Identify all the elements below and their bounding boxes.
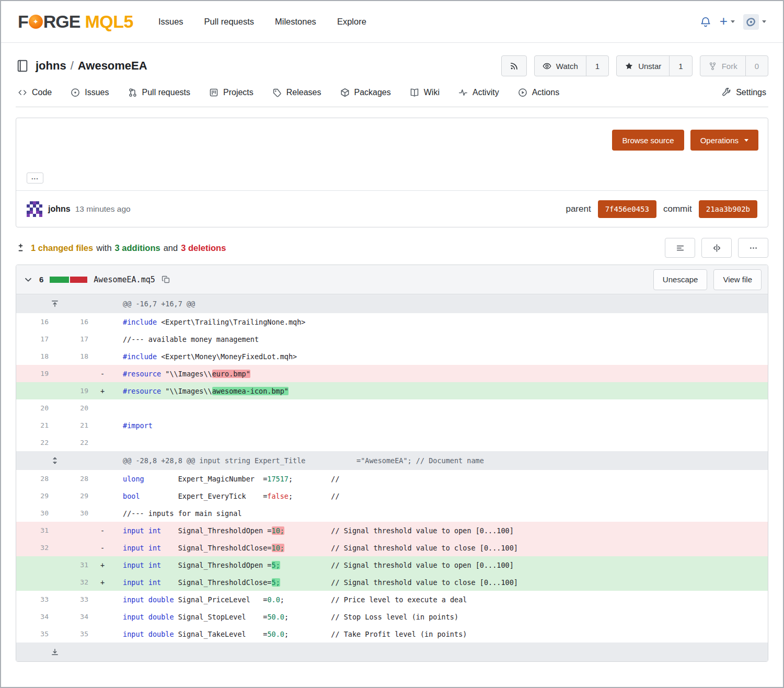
tab-label: Packages	[354, 88, 391, 97]
commit-box: Browse source Operations ... johns 13 mi…	[16, 118, 768, 227]
tab-code[interactable]: Code	[18, 88, 52, 97]
fork-count[interactable]: 0	[745, 56, 768, 76]
tab-label: Activity	[472, 88, 499, 97]
diff-marker: +	[94, 556, 111, 574]
diff-icon	[16, 243, 26, 253]
old-line-number	[16, 574, 54, 591]
unescape-button[interactable]: Unescape	[653, 269, 708, 290]
new-line-number	[54, 365, 94, 382]
diff-line-ctx: 1616#include <Expert\Trailing\TrailingNo…	[16, 313, 768, 330]
diff-line-ctx: 3535input double Signal_TakeLevel =50.0;…	[16, 625, 768, 643]
watch-button[interactable]: Watch	[535, 56, 586, 76]
old-line-number: 29	[16, 487, 54, 504]
nav-links: IssuesPull requestsMilestonesExplore	[158, 17, 366, 27]
file-name[interactable]: AwesomeEA.mq5	[94, 275, 155, 284]
chevron-down-icon[interactable]	[24, 275, 33, 284]
split-view-button[interactable]	[701, 238, 732, 258]
view-file-button[interactable]: View file	[713, 269, 762, 290]
commit-author-row: johns 13 minutes ago parent 7f456e0453 c…	[16, 190, 768, 227]
diff-line-del: 31-input int Signal_ThresholdOpen =10; /…	[16, 522, 768, 539]
plus-icon: +	[720, 14, 728, 28]
watch-count[interactable]: 1	[586, 56, 608, 76]
diff-stats-row: 1 changed files with 3 additions and 3 d…	[16, 238, 768, 258]
diff-line-ctx: 2929bool Expert_EveryTick =false; //	[16, 487, 768, 504]
code-line: #resource "\\Images\\awesomea-icon.bmp"	[111, 382, 768, 399]
user-menu[interactable]	[743, 14, 766, 30]
old-line-number: 33	[16, 591, 54, 608]
old-line-number: 28	[16, 470, 54, 487]
new-line-number: 28	[54, 470, 94, 487]
diff-marker: -	[94, 539, 111, 556]
new-line-number: 32	[54, 574, 94, 591]
split-diff-icon	[712, 244, 721, 253]
operations-dropdown[interactable]: Operations	[690, 130, 758, 151]
changed-files-link[interactable]: 1 changed files	[31, 243, 93, 253]
new-line-number: 34	[54, 608, 94, 625]
diff-marker	[94, 313, 111, 330]
more-options-button[interactable]	[738, 238, 768, 258]
old-line-number: 20	[16, 399, 54, 417]
tab-actions[interactable]: Actions	[518, 88, 559, 97]
hunk-header-text: @@ -28,8 +28,8 @@ input string Expert_Ti…	[94, 451, 768, 470]
commit-hash-button[interactable]: 21aa3b902b	[699, 200, 757, 218]
old-line-number	[16, 556, 54, 574]
diff-marker	[94, 330, 111, 348]
diff-hunk-row: @@ -28,8 +28,8 @@ input string Expert_Ti…	[16, 451, 768, 470]
tab-settings[interactable]: Settings	[722, 88, 766, 97]
tab-issues[interactable]: Issues	[71, 88, 109, 97]
tab-activity[interactable]: Activity	[458, 88, 499, 97]
tab-pull-requests[interactable]: Pull requests	[128, 88, 191, 97]
fork-button[interactable]: Fork	[700, 56, 745, 76]
new-line-number: 21	[54, 417, 94, 434]
tab-wiki[interactable]: Wiki	[410, 88, 440, 97]
repo-separator: /	[71, 59, 74, 73]
tab-label: Wiki	[424, 88, 440, 97]
expand-down-button[interactable]	[16, 643, 94, 661]
repo-header: johns / AwesomeEA Watch 1 Unstar	[16, 43, 768, 76]
diff-line-ctx: 2828ulong Expert_MagicNumber =17517; //	[16, 470, 768, 487]
diff-line-ctx: 3030//--- inputs for main signal	[16, 504, 768, 522]
tab-label: Releases	[286, 88, 321, 97]
notifications-button[interactable]	[700, 16, 711, 28]
diff-line-add: 19+#resource "\\Images\\awesomea-icon.bm…	[16, 382, 768, 399]
browse-source-button[interactable]: Browse source	[612, 130, 684, 151]
tab-releases[interactable]: Releases	[272, 88, 321, 97]
nav-link-issues[interactable]: Issues	[158, 17, 183, 27]
commit-hashes: parent 7f456e0453 commit 21aa3b902b	[566, 200, 757, 218]
site-logo[interactable]: F ✦ RGE MQL5	[18, 12, 133, 32]
tab-packages[interactable]: Packages	[340, 88, 391, 97]
repo-icon	[16, 59, 29, 73]
rss-button[interactable]	[501, 55, 527, 76]
unstar-button[interactable]: Unstar	[617, 56, 669, 76]
new-line-number	[54, 522, 94, 539]
wiki-icon	[410, 88, 419, 97]
nav-link-milestones[interactable]: Milestones	[275, 17, 316, 27]
expand-both-button[interactable]	[16, 451, 94, 470]
whitespace-options-button[interactable]	[665, 238, 695, 258]
expand-up-button[interactable]	[16, 294, 94, 313]
author-avatar[interactable]	[27, 201, 42, 217]
tab-projects[interactable]: Projects	[209, 88, 253, 97]
expand-both	[51, 456, 59, 465]
diff-marker: +	[94, 382, 111, 399]
author-name-link[interactable]: johns	[48, 204, 71, 214]
expand-commit-message-button[interactable]: ...	[27, 173, 43, 184]
copy-icon[interactable]	[162, 275, 170, 284]
commit-label: commit	[663, 204, 692, 214]
diff-marker	[94, 348, 111, 365]
nav-link-explore[interactable]: Explore	[337, 17, 366, 27]
code-line: #include <Expert\Trailing\TrailingNone.m…	[111, 313, 768, 330]
star-count[interactable]: 1	[669, 56, 691, 76]
nav-link-pull-requests[interactable]: Pull requests	[204, 17, 254, 27]
old-line-number: 22	[16, 434, 54, 451]
diff-marker	[94, 487, 111, 504]
old-line-number: 19	[16, 365, 54, 382]
repo-owner-link[interactable]: johns	[36, 59, 66, 73]
create-menu[interactable]: +	[720, 16, 735, 28]
tab-label: Code	[32, 88, 52, 97]
code-line: input double Signal_StopLevel =50.0; // …	[111, 608, 768, 625]
diff-line-ctx: 3333input double Signal_PriceLevel =0.0;…	[16, 591, 768, 608]
repo-name-link[interactable]: AwesomeEA	[78, 59, 147, 73]
parent-hash-button[interactable]: 7f456e0453	[598, 200, 656, 218]
code-line: input double Signal_PriceLevel =0.0; // …	[111, 591, 768, 608]
